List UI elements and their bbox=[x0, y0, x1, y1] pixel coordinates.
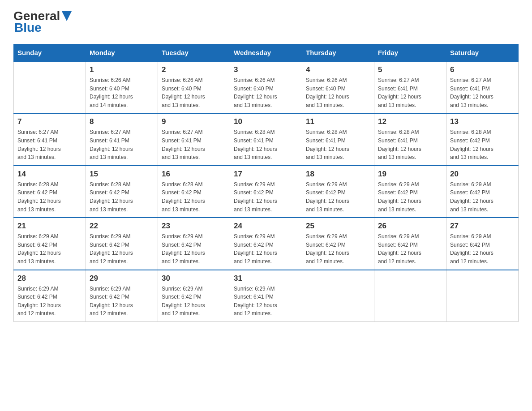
day-detail: Sunrise: 6:28 AMSunset: 6:42 PMDaylight:… bbox=[450, 128, 515, 161]
day-detail: Sunrise: 6:29 AMSunset: 6:42 PMDaylight:… bbox=[378, 232, 442, 265]
calendar-day-cell: 21Sunrise: 6:29 AMSunset: 6:42 PMDayligh… bbox=[14, 218, 86, 270]
calendar-day-cell: 20Sunrise: 6:29 AMSunset: 6:42 PMDayligh… bbox=[446, 166, 519, 218]
day-detail: Sunrise: 6:29 AMSunset: 6:42 PMDaylight:… bbox=[450, 232, 515, 265]
svg-marker-0 bbox=[62, 11, 72, 21]
day-detail: Sunrise: 6:29 AMSunset: 6:42 PMDaylight:… bbox=[234, 232, 298, 265]
day-number: 18 bbox=[306, 170, 370, 179]
day-detail: Sunrise: 6:29 AMSunset: 6:42 PMDaylight:… bbox=[162, 232, 226, 265]
weekday-header-thursday: Thursday bbox=[302, 44, 374, 62]
weekday-header-monday: Monday bbox=[86, 44, 158, 62]
day-detail: Sunrise: 6:26 AMSunset: 6:40 PMDaylight:… bbox=[162, 76, 226, 109]
calendar-day-cell: 14Sunrise: 6:28 AMSunset: 6:42 PMDayligh… bbox=[14, 166, 86, 218]
calendar-day-cell: 22Sunrise: 6:29 AMSunset: 6:42 PMDayligh… bbox=[86, 218, 158, 270]
day-number: 4 bbox=[306, 65, 370, 74]
weekday-header-friday: Friday bbox=[374, 44, 446, 62]
calendar-day-cell: 17Sunrise: 6:29 AMSunset: 6:42 PMDayligh… bbox=[230, 166, 302, 218]
day-number: 3 bbox=[234, 65, 298, 74]
day-detail: Sunrise: 6:26 AMSunset: 6:40 PMDaylight:… bbox=[90, 76, 154, 109]
day-detail: Sunrise: 6:28 AMSunset: 6:42 PMDaylight:… bbox=[90, 180, 154, 214]
calendar-day-cell: 5Sunrise: 6:27 AMSunset: 6:41 PMDaylight… bbox=[374, 61, 446, 113]
day-number: 2 bbox=[162, 65, 226, 74]
calendar-week-row: 1Sunrise: 6:26 AMSunset: 6:40 PMDaylight… bbox=[14, 61, 519, 113]
day-number: 28 bbox=[17, 274, 82, 283]
calendar-header-row: SundayMondayTuesdayWednesdayThursdayFrid… bbox=[14, 44, 519, 62]
day-detail: Sunrise: 6:29 AMSunset: 6:42 PMDaylight:… bbox=[17, 285, 82, 318]
day-detail: Sunrise: 6:27 AMSunset: 6:41 PMDaylight:… bbox=[17, 128, 82, 161]
calendar-day-cell bbox=[302, 270, 374, 322]
day-detail: Sunrise: 6:27 AMSunset: 6:41 PMDaylight:… bbox=[90, 128, 154, 161]
calendar-day-cell: 16Sunrise: 6:28 AMSunset: 6:42 PMDayligh… bbox=[158, 166, 230, 218]
calendar-day-cell: 10Sunrise: 6:28 AMSunset: 6:41 PMDayligh… bbox=[230, 113, 302, 165]
day-number: 10 bbox=[234, 117, 298, 126]
day-detail: Sunrise: 6:29 AMSunset: 6:42 PMDaylight:… bbox=[306, 180, 370, 214]
logo-blue: Blue bbox=[14, 21, 42, 35]
day-number: 13 bbox=[450, 117, 515, 126]
day-number: 16 bbox=[162, 170, 226, 179]
day-detail: Sunrise: 6:29 AMSunset: 6:42 PMDaylight:… bbox=[162, 285, 226, 318]
calendar-day-cell: 19Sunrise: 6:29 AMSunset: 6:42 PMDayligh… bbox=[374, 166, 446, 218]
weekday-header-sunday: Sunday bbox=[14, 44, 86, 62]
calendar-day-cell: 30Sunrise: 6:29 AMSunset: 6:42 PMDayligh… bbox=[158, 270, 230, 322]
day-detail: Sunrise: 6:29 AMSunset: 6:42 PMDaylight:… bbox=[450, 180, 515, 214]
calendar-day-cell bbox=[374, 270, 446, 322]
calendar-day-cell: 2Sunrise: 6:26 AMSunset: 6:40 PMDaylight… bbox=[158, 61, 230, 113]
day-number: 27 bbox=[450, 222, 515, 231]
day-number: 8 bbox=[90, 117, 154, 126]
calendar-day-cell: 29Sunrise: 6:29 AMSunset: 6:42 PMDayligh… bbox=[86, 270, 158, 322]
day-detail: Sunrise: 6:29 AMSunset: 6:41 PMDaylight:… bbox=[234, 285, 298, 318]
weekday-header-wednesday: Wednesday bbox=[230, 44, 302, 62]
day-detail: Sunrise: 6:27 AMSunset: 6:41 PMDaylight:… bbox=[378, 76, 442, 109]
day-number: 14 bbox=[17, 170, 82, 179]
logo: General Blue bbox=[13, 9, 72, 35]
calendar-day-cell: 25Sunrise: 6:29 AMSunset: 6:42 PMDayligh… bbox=[302, 218, 374, 270]
calendar-day-cell: 11Sunrise: 6:28 AMSunset: 6:41 PMDayligh… bbox=[302, 113, 374, 165]
day-number: 22 bbox=[90, 222, 154, 231]
day-detail: Sunrise: 6:28 AMSunset: 6:41 PMDaylight:… bbox=[234, 128, 298, 161]
day-number: 9 bbox=[162, 117, 226, 126]
day-detail: Sunrise: 6:28 AMSunset: 6:41 PMDaylight:… bbox=[378, 128, 442, 161]
day-detail: Sunrise: 6:29 AMSunset: 6:42 PMDaylight:… bbox=[378, 180, 442, 214]
weekday-header-tuesday: Tuesday bbox=[158, 44, 230, 62]
day-number: 21 bbox=[17, 222, 82, 231]
day-number: 15 bbox=[90, 170, 154, 179]
logo-triangle-icon bbox=[62, 11, 72, 21]
calendar-table: SundayMondayTuesdayWednesdayThursdayFrid… bbox=[13, 44, 519, 322]
calendar-day-cell: 6Sunrise: 6:27 AMSunset: 6:41 PMDaylight… bbox=[446, 61, 519, 113]
calendar-day-cell: 27Sunrise: 6:29 AMSunset: 6:42 PMDayligh… bbox=[446, 218, 519, 270]
calendar-day-cell: 12Sunrise: 6:28 AMSunset: 6:41 PMDayligh… bbox=[374, 113, 446, 165]
page-header: General Blue bbox=[13, 9, 519, 35]
day-number: 24 bbox=[234, 222, 298, 231]
day-number: 30 bbox=[162, 274, 226, 283]
day-detail: Sunrise: 6:29 AMSunset: 6:42 PMDaylight:… bbox=[17, 232, 82, 265]
day-detail: Sunrise: 6:28 AMSunset: 6:42 PMDaylight:… bbox=[162, 180, 226, 214]
calendar-day-cell: 3Sunrise: 6:26 AMSunset: 6:40 PMDaylight… bbox=[230, 61, 302, 113]
day-detail: Sunrise: 6:29 AMSunset: 6:42 PMDaylight:… bbox=[90, 285, 154, 318]
day-detail: Sunrise: 6:29 AMSunset: 6:42 PMDaylight:… bbox=[306, 232, 370, 265]
calendar-day-cell: 1Sunrise: 6:26 AMSunset: 6:40 PMDaylight… bbox=[86, 61, 158, 113]
calendar-day-cell: 26Sunrise: 6:29 AMSunset: 6:42 PMDayligh… bbox=[374, 218, 446, 270]
day-number: 11 bbox=[306, 117, 370, 126]
calendar-day-cell: 4Sunrise: 6:26 AMSunset: 6:40 PMDaylight… bbox=[302, 61, 374, 113]
calendar-day-cell: 18Sunrise: 6:29 AMSunset: 6:42 PMDayligh… bbox=[302, 166, 374, 218]
day-number: 23 bbox=[162, 222, 226, 231]
day-number: 5 bbox=[378, 65, 442, 74]
calendar-day-cell: 24Sunrise: 6:29 AMSunset: 6:42 PMDayligh… bbox=[230, 218, 302, 270]
day-number: 7 bbox=[17, 117, 82, 126]
day-number: 25 bbox=[306, 222, 370, 231]
calendar-day-cell: 9Sunrise: 6:27 AMSunset: 6:41 PMDaylight… bbox=[158, 113, 230, 165]
day-number: 1 bbox=[90, 65, 154, 74]
calendar-day-cell: 31Sunrise: 6:29 AMSunset: 6:41 PMDayligh… bbox=[230, 270, 302, 322]
calendar-week-row: 21Sunrise: 6:29 AMSunset: 6:42 PMDayligh… bbox=[14, 218, 519, 270]
day-detail: Sunrise: 6:28 AMSunset: 6:41 PMDaylight:… bbox=[306, 128, 370, 161]
day-number: 26 bbox=[378, 222, 442, 231]
calendar-day-cell: 7Sunrise: 6:27 AMSunset: 6:41 PMDaylight… bbox=[14, 113, 86, 165]
day-number: 19 bbox=[378, 170, 442, 179]
day-detail: Sunrise: 6:26 AMSunset: 6:40 PMDaylight:… bbox=[306, 76, 370, 109]
day-number: 31 bbox=[234, 274, 298, 283]
calendar-day-cell: 15Sunrise: 6:28 AMSunset: 6:42 PMDayligh… bbox=[86, 166, 158, 218]
day-detail: Sunrise: 6:28 AMSunset: 6:42 PMDaylight:… bbox=[17, 180, 82, 214]
day-number: 17 bbox=[234, 170, 298, 179]
calendar-day-cell bbox=[446, 270, 519, 322]
calendar-day-cell bbox=[14, 61, 86, 113]
day-detail: Sunrise: 6:29 AMSunset: 6:42 PMDaylight:… bbox=[90, 232, 154, 265]
